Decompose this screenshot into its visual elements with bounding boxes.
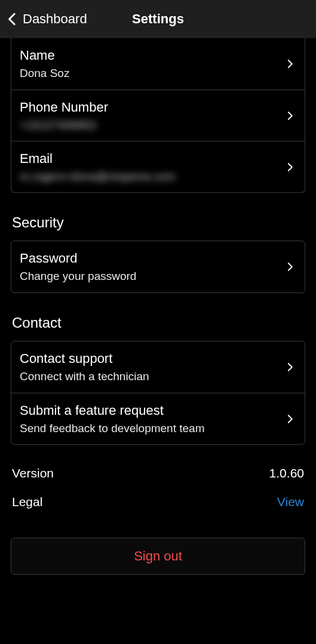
row-value: m.rogers+dona@ninjaone.com — [20, 170, 176, 183]
chevron-right-icon — [283, 109, 296, 122]
legal-view-link[interactable]: View — [277, 495, 304, 509]
row-name[interactable]: Name Dona Soz — [11, 38, 305, 90]
chevron-right-icon — [283, 412, 296, 426]
chevron-right-icon — [283, 161, 296, 174]
contact-card: Contact support Connect with a technicia… — [11, 341, 305, 445]
row-contact-support[interactable]: Contact support Connect with a technicia… — [11, 341, 305, 393]
row-sub: Connect with a technician — [20, 370, 149, 383]
sign-out-label: Sign out — [134, 549, 182, 564]
page-content: Name Dona Soz Phone Number +15127406853 … — [0, 38, 316, 575]
chevron-right-icon — [283, 260, 296, 273]
back-button[interactable]: Dashboard — [0, 10, 87, 28]
section-heading-contact: Contact — [12, 315, 304, 331]
chevron-right-icon — [283, 360, 296, 374]
row-title: Name — [20, 48, 69, 63]
row-value: +15127406853 — [20, 119, 108, 132]
account-card: Name Dona Soz Phone Number +15127406853 … — [11, 38, 305, 193]
row-sub: Change your password — [20, 270, 136, 283]
chevron-left-icon — [4, 10, 22, 28]
row-sub: Send feedback to development team — [20, 422, 204, 435]
row-title: Contact support — [20, 351, 149, 366]
info-block: Version 1.0.60 Legal View — [11, 463, 305, 513]
version-row: Version 1.0.60 — [11, 463, 305, 484]
sign-out-button[interactable]: Sign out — [11, 538, 305, 575]
row-title: Submit a feature request — [20, 403, 204, 418]
chevron-right-icon — [283, 57, 296, 70]
section-heading-security: Security — [12, 214, 304, 231]
legal-label: Legal — [12, 495, 42, 509]
row-title: Password — [20, 251, 136, 266]
version-label: Version — [12, 466, 54, 480]
version-value: 1.0.60 — [269, 466, 304, 480]
legal-row: Legal View — [11, 491, 305, 513]
row-phone[interactable]: Phone Number +15127406853 — [11, 90, 305, 141]
row-title: Phone Number — [20, 100, 108, 115]
back-label: Dashboard — [23, 11, 87, 27]
row-password[interactable]: Password Change your password — [11, 241, 305, 292]
row-title: Email — [20, 151, 176, 167]
security-card: Password Change your password — [11, 241, 305, 293]
row-feature-request[interactable]: Submit a feature request Send feedback t… — [11, 393, 305, 444]
navbar: Dashboard Settings — [0, 0, 316, 38]
row-email[interactable]: Email m.rogers+dona@ninjaone.com — [11, 141, 305, 192]
row-value: Dona Soz — [20, 67, 69, 80]
